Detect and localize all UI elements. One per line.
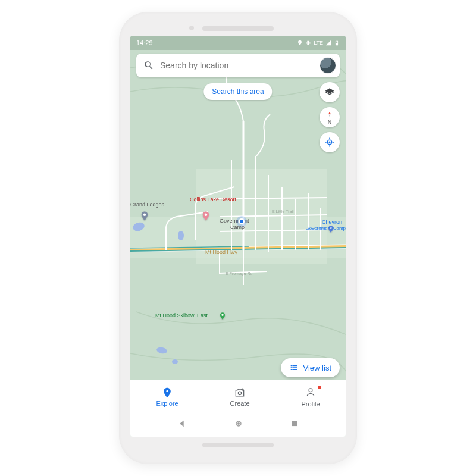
pin-generic[interactable]	[139, 211, 150, 221]
status-time: 14:29	[136, 39, 153, 46]
explore-icon	[161, 387, 173, 399]
back-icon	[177, 419, 187, 428]
search-this-area-chip[interactable]: Search this area	[203, 83, 272, 100]
nav-explore-label: Explore	[156, 400, 178, 407]
lake	[172, 359, 178, 364]
compass-button[interactable]: N	[320, 107, 340, 127]
bottom-nav: Explore Create Profile	[130, 380, 346, 413]
label-chevron-2: Government Camp	[305, 226, 346, 231]
label-fromage: E Fromage Rd	[226, 271, 253, 275]
list-icon	[289, 363, 299, 372]
vibrate-icon	[305, 40, 311, 46]
label-collins-lake: Collins Lake Resort	[190, 196, 236, 202]
search-icon	[143, 60, 154, 71]
svg-point-7	[329, 142, 331, 143]
top-speaker	[202, 26, 274, 31]
pin-skibowl[interactable]	[218, 312, 227, 320]
layers-icon	[324, 87, 335, 98]
svg-point-9	[309, 388, 312, 392]
my-location-button[interactable]	[320, 132, 340, 152]
location-status-icon	[297, 40, 303, 46]
nav-explore[interactable]: Explore	[156, 387, 178, 407]
pin-collins-lake[interactable]	[201, 211, 211, 221]
search-bar[interactable]	[136, 54, 340, 77]
create-icon	[234, 387, 246, 399]
label-little-trail: E Little Trail	[272, 209, 294, 214]
status-icons: LTE	[297, 40, 340, 46]
signal-icon	[325, 40, 331, 46]
svg-rect-12	[292, 421, 297, 426]
recents-icon	[290, 419, 299, 428]
label-gov-camp-1: Government	[220, 218, 249, 224]
battery-icon	[334, 40, 340, 46]
svg-point-11	[237, 422, 240, 425]
map-canvas[interactable]: Grand Lodges Collins Lake Resort Governm…	[130, 50, 346, 437]
nav-create-label: Create	[230, 400, 250, 407]
bottom-speaker	[202, 443, 274, 447]
label-gov-camp-2: Camp	[230, 224, 245, 230]
compass-icon	[327, 111, 333, 117]
label-grand-lodges: Grand Lodges	[130, 202, 164, 208]
current-location-dot	[239, 218, 245, 224]
search-input[interactable]	[160, 61, 314, 70]
nav-profile[interactable]: Profile	[301, 386, 320, 408]
view-list-label: View list	[303, 364, 331, 372]
screen: 14:29 LTE	[130, 36, 346, 437]
phone-frame: 14:29 LTE	[119, 12, 357, 464]
label-highway: Mt Hood Hwy	[205, 249, 237, 255]
system-nav-bar	[130, 413, 346, 437]
recents-button[interactable]	[290, 419, 299, 430]
front-camera	[189, 26, 194, 30]
profile-avatar[interactable]	[320, 57, 336, 74]
svg-point-2	[143, 214, 146, 217]
svg-point-5	[221, 314, 224, 317]
lake	[178, 231, 184, 240]
home-button[interactable]	[234, 419, 243, 431]
profile-icon	[305, 386, 317, 398]
chip-label: Search this area	[212, 87, 264, 96]
nav-profile-label: Profile	[301, 400, 320, 408]
nav-create[interactable]: Create	[230, 387, 250, 407]
network-label: LTE	[314, 40, 323, 46]
back-button[interactable]	[177, 419, 187, 431]
label-chevron-1: Chevron	[322, 219, 342, 225]
map-control-column: N	[320, 82, 340, 152]
svg-point-3	[205, 214, 208, 217]
notification-dot	[318, 386, 321, 389]
status-bar: 14:29 LTE	[130, 36, 346, 50]
home-icon	[234, 419, 243, 428]
label-skibowl: Mt Hood Skibowl East	[155, 312, 208, 318]
compass-label: N	[328, 119, 332, 125]
layers-button[interactable]	[320, 82, 340, 102]
my-location-icon	[324, 137, 335, 148]
view-list-button[interactable]: View list	[281, 358, 340, 377]
